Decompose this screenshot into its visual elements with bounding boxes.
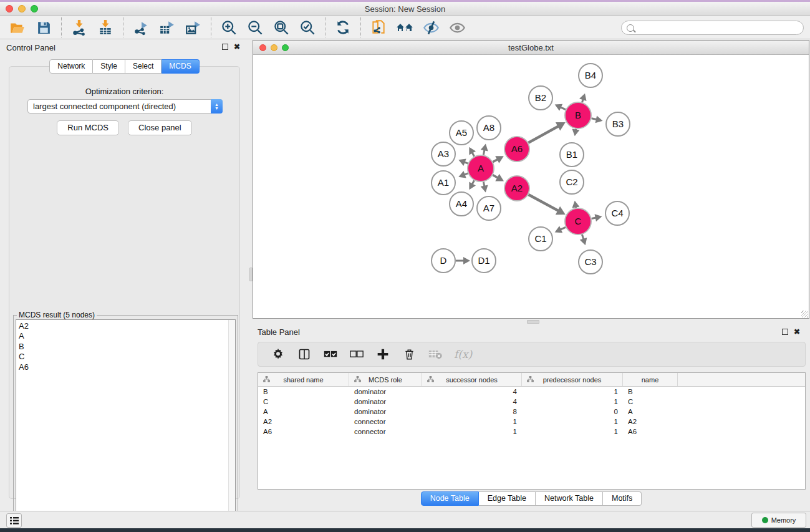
run-mcds-button[interactable]: Run MCDS [57, 120, 119, 135]
table-cell[interactable]: connector [349, 428, 422, 435]
deselect-all-icon[interactable] [349, 347, 364, 362]
table-cell[interactable]: dominator [349, 388, 422, 395]
table-cell[interactable]: 1 [522, 388, 623, 395]
tab-network-table[interactable]: Network Table [536, 491, 603, 506]
column-header-shared-name[interactable]: shared name [258, 373, 349, 386]
result-item[interactable]: A [19, 331, 235, 341]
delete-table-icon[interactable] [428, 347, 443, 362]
graph-edge[interactable] [528, 126, 558, 142]
table-row[interactable]: A6connector11A6 [258, 427, 805, 437]
table-cell[interactable]: B [623, 388, 678, 395]
tab-mcds[interactable]: MCDS [162, 59, 199, 74]
table-cell[interactable]: 1 [422, 418, 522, 425]
result-list-scrollbar[interactable] [228, 320, 235, 525]
graph-edge[interactable] [483, 150, 485, 155]
graph-edge[interactable] [591, 118, 596, 120]
graph-edge[interactable] [582, 235, 583, 239]
graph-edge[interactable] [483, 182, 484, 186]
zoom-fit-icon[interactable] [271, 17, 291, 37]
zoom-in-icon[interactable] [219, 17, 239, 37]
table-cell[interactable]: 1 [522, 428, 623, 435]
column-header-MCDS-role[interactable]: MCDS role [349, 373, 422, 386]
table-cell[interactable]: 8 [422, 408, 522, 415]
network-window-titlebar[interactable]: testGlobe.txt [253, 41, 809, 55]
table-cell[interactable]: A [258, 408, 349, 415]
table-row[interactable]: A2connector11A2 [258, 417, 805, 427]
zoom-selected-icon[interactable] [297, 17, 317, 37]
table-cell[interactable]: A6 [258, 428, 349, 435]
float-panel-icon[interactable] [222, 44, 228, 50]
import-network-icon[interactable] [69, 17, 89, 37]
close-panel-icon[interactable]: ✖ [234, 44, 240, 51]
splitter-grip[interactable] [527, 320, 539, 324]
table-cell[interactable]: C [623, 398, 678, 405]
search-field[interactable] [621, 21, 804, 35]
column-header-predecessor-nodes[interactable]: predecessor nodes [522, 373, 623, 386]
search-input[interactable] [637, 21, 803, 34]
network-canvas[interactable]: AA1A2A3A4A5A6A7A8BB1B2B3B4CC1C2C3C4DD1 [253, 56, 809, 318]
import-table-icon[interactable] [95, 17, 115, 37]
tab-network[interactable]: Network [49, 59, 93, 74]
add-column-icon[interactable] [375, 347, 390, 362]
table-cell[interactable]: 0 [522, 408, 623, 415]
table-row[interactable]: Adominator80A [258, 407, 805, 417]
result-item[interactable]: C [19, 352, 235, 362]
table-header-row[interactable]: shared nameMCDS rolesuccessor nodesprede… [258, 373, 805, 387]
criterion-dropdown[interactable]: largest connected component (directed) ▲… [27, 99, 223, 114]
function-icon[interactable]: f(x) [454, 348, 472, 360]
mcds-result-list[interactable]: A2ABCA6 [16, 319, 236, 525]
show-view-icon[interactable] [447, 17, 467, 37]
graph-edge[interactable] [493, 159, 498, 162]
gear-icon[interactable] [271, 347, 286, 362]
table-cell[interactable]: 1 [522, 418, 623, 425]
table-cell[interactable]: 4 [422, 388, 522, 395]
node-table[interactable]: shared nameMCDS rolesuccessor nodesprede… [258, 372, 806, 490]
tab-edge-table[interactable]: Edge Table [479, 491, 536, 506]
table-cell[interactable]: 4 [422, 398, 522, 405]
close-panel-button[interactable]: Close panel [128, 120, 192, 135]
tab-style[interactable]: Style [93, 59, 125, 74]
clone-network-icon[interactable] [369, 17, 388, 37]
hide-view-icon[interactable] [421, 17, 441, 37]
graph-edge[interactable] [561, 107, 566, 110]
horizontal-splitter[interactable] [253, 319, 810, 325]
tab-motifs[interactable]: Motifs [603, 491, 642, 506]
graph-edge[interactable] [561, 227, 566, 230]
table-cell[interactable]: A2 [623, 418, 678, 425]
refresh-icon[interactable] [333, 17, 353, 37]
table-cell[interactable]: A [623, 408, 678, 415]
select-all-icon[interactable] [323, 347, 338, 362]
export-network-icon[interactable] [131, 17, 151, 37]
graph-edge[interactable] [472, 180, 474, 184]
column-header-successor-nodes[interactable]: successor nodes [422, 373, 522, 386]
tab-node-table[interactable]: Node Table [421, 491, 479, 506]
graph-edge[interactable] [472, 153, 474, 157]
graph-edge[interactable] [592, 218, 596, 218]
table-cell[interactable]: connector [349, 418, 422, 425]
table-cell[interactable]: dominator [349, 408, 422, 415]
result-item[interactable]: B [19, 342, 235, 352]
table-cell[interactable]: B [258, 388, 349, 395]
table-cell[interactable]: A2 [258, 418, 349, 425]
home-pages-icon[interactable] [395, 17, 415, 37]
graph-edge[interactable] [493, 175, 498, 178]
table-cell[interactable]: dominator [349, 398, 422, 405]
result-item[interactable]: A2 [19, 321, 235, 331]
export-image-icon[interactable] [183, 17, 203, 37]
close-panel-icon[interactable]: ✖ [794, 329, 800, 336]
task-history-button[interactable] [6, 513, 22, 528]
table-cell[interactable]: 1 [522, 398, 623, 405]
table-cell[interactable]: A6 [623, 428, 678, 435]
zoom-out-icon[interactable] [245, 17, 265, 37]
column-icon[interactable] [297, 347, 312, 362]
table-cell[interactable]: C [258, 398, 349, 405]
window-resize-grip[interactable] [801, 311, 808, 317]
save-session-icon[interactable] [34, 17, 54, 37]
open-file-icon[interactable] [7, 17, 27, 37]
column-header-name[interactable]: name [623, 373, 678, 386]
tab-select[interactable]: Select [125, 59, 162, 74]
memory-button[interactable]: Memory [751, 513, 806, 528]
delete-icon[interactable] [402, 347, 417, 362]
table-row[interactable]: Cdominator41C [258, 397, 805, 407]
export-table-icon[interactable] [157, 17, 177, 37]
